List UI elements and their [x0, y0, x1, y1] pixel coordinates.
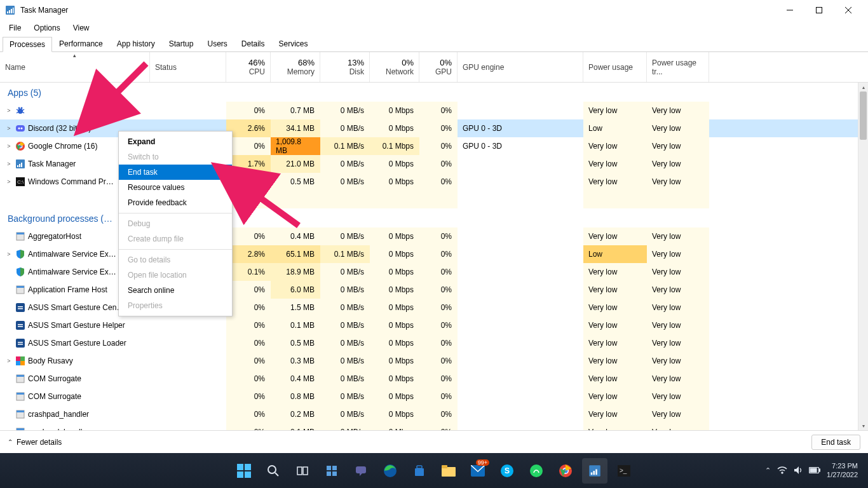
mail-icon[interactable]: 99+ — [465, 458, 491, 484]
fewer-details-toggle[interactable]: ⌃ Fewer details — [8, 438, 62, 447]
svg-rect-58 — [245, 464, 251, 470]
svg-rect-52 — [17, 428, 24, 430]
battery-icon[interactable] — [809, 467, 820, 475]
column-power-usage[interactable]: Power usage — [583, 52, 647, 82]
exe-icon — [15, 391, 25, 402]
scrollbar-vertical[interactable]: ▴ ▾ — [858, 83, 868, 430]
cell-net: 0 Mbps — [370, 299, 419, 316]
tab-startup[interactable]: Startup — [162, 36, 201, 51]
column-cpu[interactable]: 46%CPU — [226, 52, 271, 82]
table-row[interactable]: >0%0.7 MB0 MB/s0 Mbps0%Very lowVery low — [0, 102, 868, 119]
cell-net: 0 Mbps — [370, 352, 419, 370]
tab-services[interactable]: Services — [272, 36, 315, 51]
start-button[interactable] — [231, 458, 257, 484]
volume-icon[interactable] — [794, 466, 803, 476]
table-row[interactable]: crashpad_handler0%0.2 MB0 MB/s0 Mbps0%Ve… — [0, 405, 868, 423]
column-network[interactable]: 0%Network — [370, 52, 419, 82]
exe-icon — [15, 374, 25, 384]
svg-rect-41 — [16, 356, 20, 361]
skype-icon[interactable]: S — [494, 458, 520, 484]
svg-line-13 — [22, 112, 24, 113]
asus-icon — [15, 338, 25, 348]
cell-cpu: 0% — [226, 281, 271, 299]
tab-app-history[interactable]: App history — [110, 36, 162, 51]
expander-icon[interactable]: > — [5, 143, 13, 149]
scroll-down-icon[interactable]: ▾ — [858, 421, 868, 430]
cell-name: crashpad_handler — [0, 405, 150, 423]
context-menu-item-expand[interactable]: Expand — [119, 134, 232, 149]
menu-view[interactable]: View — [67, 22, 96, 34]
cell-gpu-engine — [458, 227, 583, 245]
context-menu-item-search-online[interactable]: Search online — [119, 283, 232, 298]
column-name[interactable]: ▴ Name — [0, 52, 150, 82]
explorer-icon[interactable] — [436, 458, 461, 484]
clock[interactable]: 7:23 PM 1/27/2022 — [827, 462, 858, 480]
context-menu-item-provide-feedback[interactable]: Provide feedback — [119, 195, 232, 210]
search-icon[interactable] — [261, 458, 286, 484]
svg-point-14 — [18, 107, 20, 109]
edge-icon[interactable] — [377, 458, 403, 484]
column-power-trend[interactable]: Power usage tr... — [647, 52, 709, 82]
expander-icon[interactable]: > — [5, 358, 13, 364]
cell-net: 0 Mbps — [370, 423, 419, 430]
column-gpu[interactable]: 0%GPU — [419, 52, 458, 82]
column-disk[interactable]: 13%Disk — [320, 52, 370, 82]
process-name: Body Rusavy — [28, 356, 73, 365]
chrome-icon[interactable] — [553, 458, 578, 484]
cell-gpu: 0% — [419, 388, 458, 405]
chat-icon[interactable] — [348, 458, 374, 484]
window-controls — [775, 0, 863, 20]
terminal-icon[interactable]: >_ — [611, 458, 637, 484]
expander-icon[interactable]: > — [5, 179, 13, 185]
table-row[interactable]: crashpad_handler0%0.1 MB0 MB/s0 Mbps0%Ve… — [0, 423, 868, 430]
widgets-icon[interactable] — [319, 458, 344, 484]
table-row[interactable]: >Body Rusavy0%0.3 MB0 MB/s0 Mbps0%Very l… — [0, 352, 868, 370]
svg-point-18 — [21, 128, 23, 130]
cell-disk: 0 MB/s — [320, 263, 370, 281]
context-menu-item-resource-values[interactable]: Resource values — [119, 180, 232, 195]
column-memory[interactable]: 68%Memory — [271, 52, 320, 82]
menu-options[interactable]: Options — [27, 22, 66, 34]
end-task-button[interactable]: End task — [811, 435, 860, 450]
context-menu: ExpandSwitch toEnd taskResource valuesPr… — [118, 131, 233, 316]
scrollbar-thumb[interactable] — [860, 92, 867, 140]
table-row[interactable]: ASUS Smart Gesture Loader0%0.5 MB0 MB/s0… — [0, 334, 868, 352]
expander-icon[interactable]: > — [5, 107, 13, 114]
expander-icon[interactable]: > — [5, 251, 13, 257]
minimize-button[interactable] — [775, 0, 804, 20]
chrome-icon — [15, 141, 25, 151]
close-button[interactable] — [834, 0, 863, 20]
column-gpu-engine[interactable]: GPU engine — [458, 52, 583, 82]
table-row[interactable]: COM Surrogate0%0.8 MB0 MB/s0 Mbps0%Very … — [0, 388, 868, 405]
cell-net: 0 Mbps — [370, 281, 419, 299]
taskmgr-taskbar-icon[interactable] — [582, 458, 607, 484]
menu-separator — [119, 249, 232, 250]
tab-processes[interactable]: Processes — [3, 37, 52, 52]
column-status[interactable]: Status — [150, 52, 226, 82]
menu-file[interactable]: File — [3, 22, 27, 34]
taskbar[interactable]: 99+ S >_ ⌃ 7:23 PM 1/27/2022 — [0, 453, 868, 488]
cell-gpu-engine — [458, 423, 583, 430]
table-row[interactable]: COM Surrogate0%0.4 MB0 MB/s0 Mbps0%Very … — [0, 370, 868, 388]
expander-icon[interactable]: > — [5, 161, 13, 167]
tray-chevron-icon[interactable]: ⌃ — [765, 466, 771, 475]
cell-power-trend: Very low — [647, 388, 709, 405]
cell-cpu: 0% — [226, 352, 271, 370]
wifi-icon[interactable] — [777, 466, 787, 475]
table-row[interactable]: ASUS Smart Gesture Helper0%0.1 MB0 MB/s0… — [0, 316, 868, 334]
maximize-button[interactable] — [804, 0, 834, 20]
tab-details[interactable]: Details — [234, 36, 272, 51]
exe-icon — [15, 427, 25, 430]
cell-power: Very low — [583, 405, 647, 423]
context-menu-item-switch-to: Switch to — [119, 149, 232, 165]
cell-status — [150, 352, 226, 370]
expander-icon[interactable]: > — [5, 125, 13, 132]
store-icon[interactable] — [407, 458, 432, 484]
task-view-icon[interactable] — [290, 458, 315, 484]
context-menu-item-end-task[interactable]: End task — [119, 165, 232, 180]
tab-performance[interactable]: Performance — [52, 36, 110, 51]
tab-users[interactable]: Users — [200, 36, 234, 51]
cell-cpu: 1.7% — [226, 155, 271, 173]
scroll-up-icon[interactable]: ▴ — [858, 83, 868, 92]
whatsapp-icon[interactable] — [524, 458, 549, 484]
